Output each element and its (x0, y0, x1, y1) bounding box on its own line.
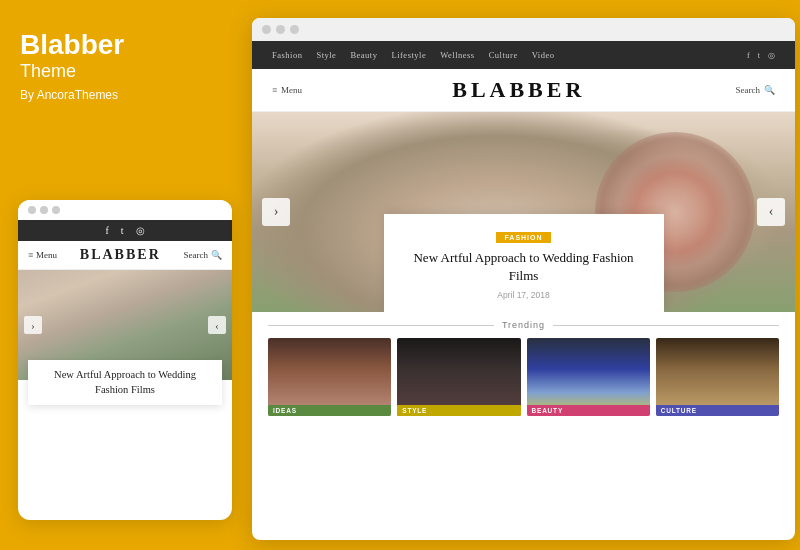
desktop-next-arrow[interactable]: ‹ (757, 198, 785, 226)
trending-item-3[interactable]: BEAUTY (527, 338, 650, 416)
desktop-search-button[interactable]: Search 🔍 (735, 85, 775, 95)
mobile-menu-button[interactable]: ≡ Menu (28, 250, 57, 260)
fashion-badge: FASHION (496, 232, 550, 243)
desktop-dot-3 (290, 25, 299, 34)
brand-title: Blabber Theme By AncoraThemes (20, 30, 228, 102)
trending-line-right (553, 325, 779, 326)
desktop-nav-bar: Fashion Style Beauty Lifestyle Wellness … (252, 41, 795, 69)
desktop-hamburger-icon: ≡ (272, 85, 277, 95)
desktop-facebook-icon[interactable]: f (747, 51, 750, 60)
desktop-article-title[interactable]: New Artful Approach to Wedding Fashion F… (402, 249, 646, 285)
desktop-prev-arrow[interactable]: › (262, 198, 290, 226)
mobile-mockup: f t ◎ ≡ Menu BLABBER Search 🔍 › ‹ New Ar… (18, 200, 232, 520)
trending-label: Trending (502, 320, 545, 330)
trending-badge-beauty: BEAUTY (527, 405, 650, 416)
trending-item-2[interactable]: STYLE (397, 338, 520, 416)
desktop-dot-2 (276, 25, 285, 34)
desktop-article-date: April 17, 2018 (402, 290, 646, 300)
nav-link-style[interactable]: Style (316, 50, 336, 60)
nav-link-fashion[interactable]: Fashion (272, 50, 302, 60)
mobile-dot-1 (28, 206, 36, 214)
mobile-article-card: New Artful Approach to Wedding Fashion F… (28, 360, 222, 405)
trending-header: Trending (268, 320, 779, 330)
desktop-article-overlay: FASHION New Artful Approach to Wedding F… (384, 214, 664, 312)
mobile-prev-arrow[interactable]: › (24, 316, 42, 334)
mobile-dot-3 (52, 206, 60, 214)
desktop-hero: › ‹ FASHION New Artful Approach to Weddi… (252, 112, 795, 312)
mobile-next-arrow[interactable]: ‹ (208, 316, 226, 334)
trending-grid: IDEAS STYLE BEAUTY CULTURE (268, 338, 779, 416)
desktop-top-bar (252, 18, 795, 41)
mobile-facebook-icon: f (105, 225, 108, 236)
trending-badge-ideas: IDEAS (268, 405, 391, 416)
mobile-hamburger-icon: ≡ (28, 250, 33, 260)
desktop-mockup: Fashion Style Beauty Lifestyle Wellness … (252, 18, 795, 540)
nav-link-video[interactable]: Video (532, 50, 555, 60)
desktop-twitter-icon[interactable]: t (758, 51, 760, 60)
desktop-social-icons: f t ◎ (747, 51, 775, 60)
trending-item-1[interactable]: IDEAS (268, 338, 391, 416)
mobile-dot-2 (40, 206, 48, 214)
mobile-article-title: New Artful Approach to Wedding Fashion F… (38, 368, 212, 397)
mobile-search-icon: 🔍 (211, 250, 222, 260)
desktop-menu-button[interactable]: ≡ Menu (272, 85, 302, 95)
nav-link-wellness[interactable]: Wellness (440, 50, 474, 60)
mobile-logo[interactable]: BLABBER (80, 247, 161, 263)
desktop-instagram-icon[interactable]: ◎ (768, 51, 775, 60)
trending-badge-style: STYLE (397, 405, 520, 416)
desktop-logo[interactable]: BLABBER (452, 77, 585, 103)
mobile-search-button[interactable]: Search 🔍 (184, 250, 223, 260)
nav-link-beauty[interactable]: Beauty (350, 50, 377, 60)
desktop-nav-links: Fashion Style Beauty Lifestyle Wellness … (272, 50, 554, 60)
trending-badge-culture: CULTURE (656, 405, 779, 416)
mobile-top-bar (18, 200, 232, 220)
desktop-header: ≡ Menu BLABBER Search 🔍 (252, 69, 795, 112)
left-panel: Blabber Theme By AncoraThemes f t ◎ ≡ Me… (0, 0, 248, 550)
mobile-header: ≡ Menu BLABBER Search 🔍 (18, 241, 232, 270)
mobile-nav-bar: f t ◎ (18, 220, 232, 241)
mobile-twitter-icon: t (121, 225, 124, 236)
nav-link-culture[interactable]: Culture (489, 50, 518, 60)
desktop-search-icon: 🔍 (764, 85, 775, 95)
nav-link-lifestyle[interactable]: Lifestyle (391, 50, 426, 60)
mobile-instagram-icon: ◎ (136, 225, 145, 236)
trending-item-4[interactable]: CULTURE (656, 338, 779, 416)
trending-line-left (268, 325, 494, 326)
desktop-dot-1 (262, 25, 271, 34)
trending-section: Trending IDEAS STYLE BEAUTY CULTURE (252, 312, 795, 422)
